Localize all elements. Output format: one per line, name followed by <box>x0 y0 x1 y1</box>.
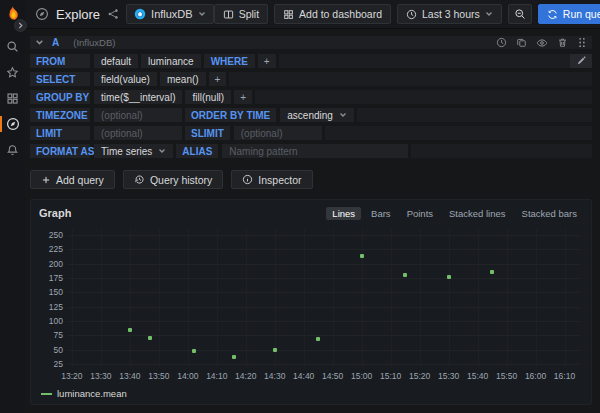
h-gridline <box>69 307 579 308</box>
x-tick-label: 13:20 <box>61 371 82 381</box>
row-filler <box>357 108 592 122</box>
add-query-button[interactable]: Add query <box>30 170 115 189</box>
query-history-icon[interactable] <box>496 37 507 48</box>
page-title: Explore <box>56 7 100 22</box>
mode-bars[interactable]: Bars <box>365 207 397 220</box>
y-tick-label: 150 <box>49 287 63 297</box>
legend-series-name[interactable]: luminance.mean <box>57 388 127 399</box>
limit-label: LIMIT <box>30 126 90 140</box>
split-button[interactable]: Split <box>214 4 268 24</box>
sync-icon <box>547 9 558 20</box>
remove-query-icon[interactable] <box>557 37 568 48</box>
limit-input[interactable] <box>94 126 182 140</box>
add-select-part-button[interactable]: + <box>209 72 227 86</box>
select-label: SELECT <box>30 72 90 86</box>
sidebar-item-search[interactable] <box>0 36 25 56</box>
v-gridline <box>72 229 73 367</box>
data-point[interactable] <box>447 275 451 279</box>
v-gridline <box>391 229 392 367</box>
add-condition-button[interactable]: + <box>258 54 276 68</box>
format-as-label: FORMAT AS <box>30 144 90 158</box>
v-gridline <box>565 229 566 367</box>
v-gridline <box>449 229 450 367</box>
row-filler <box>229 72 592 86</box>
mode-stacked-lines[interactable]: Stacked lines <box>443 207 512 220</box>
mode-points[interactable]: Points <box>401 207 439 220</box>
compass-icon <box>6 117 20 131</box>
caret-down-icon <box>339 111 347 119</box>
retention-policy-segment[interactable]: default <box>94 54 138 68</box>
toolbar: Explore InfluxDB Split <box>25 0 600 29</box>
sidebar-item-alerting[interactable] <box>0 140 25 160</box>
plot-area[interactable]: 25507510012515017520022525013:2013:3013:… <box>69 229 579 367</box>
v-gridline <box>478 229 479 367</box>
caret-down-icon <box>158 147 166 155</box>
v-gridline <box>275 229 276 367</box>
graph-mode-toggle: LinesBarsPointsStacked linesStacked bars <box>326 207 583 220</box>
v-gridline <box>333 229 334 367</box>
v-gridline <box>130 229 131 367</box>
add-group-by-button[interactable]: + <box>234 90 252 104</box>
x-tick-label: 14:20 <box>235 371 256 381</box>
fill-segment[interactable]: fill(null) <box>185 90 231 104</box>
inspector-button[interactable]: Inspector <box>231 170 312 189</box>
aggregation-segment[interactable]: mean() <box>160 72 206 86</box>
x-tick-label: 14:40 <box>293 371 314 381</box>
order-by-time-select[interactable]: ascending <box>280 108 354 122</box>
measurement-segment[interactable]: luminance <box>141 54 201 68</box>
query-row-group-by: GROUP BY time($__interval) fill(null) + <box>30 90 592 104</box>
data-point[interactable] <box>232 355 236 359</box>
x-tick-label: 14:30 <box>264 371 285 381</box>
sidebar-item-dashboards[interactable] <box>0 88 25 108</box>
y-tick-label: 125 <box>49 302 63 312</box>
disable-query-icon[interactable] <box>536 37 548 49</box>
y-tick-label: 50 <box>54 345 63 355</box>
pencil-icon <box>576 56 586 66</box>
data-point[interactable] <box>403 273 407 277</box>
y-tick-label: 225 <box>49 244 63 254</box>
h-gridline <box>69 335 579 336</box>
from-label: FROM <box>30 54 90 68</box>
where-keyword-segment[interactable]: WHERE <box>204 54 255 68</box>
x-tick-label: 14:10 <box>206 371 227 381</box>
alias-input[interactable] <box>222 144 408 158</box>
edit-raw-query-button[interactable] <box>570 54 592 68</box>
share-icon[interactable] <box>107 8 119 20</box>
dashboards-icon <box>6 92 19 105</box>
mode-stacked-bars[interactable]: Stacked bars <box>516 207 583 220</box>
search-icon <box>6 40 19 53</box>
field-segment[interactable]: field(value) <box>94 72 157 86</box>
zoom-out-time-button[interactable] <box>508 4 532 24</box>
query-history-button[interactable]: Query history <box>123 170 223 189</box>
x-tick-label: 16:00 <box>525 371 546 381</box>
y-tick-label: 75 <box>54 330 63 340</box>
sidebar-item-explore[interactable] <box>0 114 25 134</box>
sidebar-item-starred[interactable] <box>0 62 25 82</box>
data-point[interactable] <box>273 348 277 352</box>
x-tick-label: 13:40 <box>119 371 140 381</box>
sidebar-expand-button[interactable] <box>14 19 27 32</box>
format-as-select[interactable]: Time series <box>94 144 173 158</box>
alias-label: ALIAS <box>176 144 218 158</box>
collapse-query-icon[interactable] <box>35 38 44 47</box>
timezone-input[interactable] <box>94 108 182 122</box>
data-point[interactable] <box>490 270 494 274</box>
run-query-button[interactable]: Run query <box>538 4 600 24</box>
drag-handle-icon[interactable] <box>577 37 587 48</box>
data-point[interactable] <box>360 254 364 258</box>
datasource-picker[interactable]: InfluxDB <box>126 4 214 24</box>
time-range-picker[interactable]: Last 3 hours <box>397 4 502 24</box>
data-point[interactable] <box>128 328 132 332</box>
data-point[interactable] <box>316 337 320 341</box>
x-tick-label: 15:00 <box>351 371 372 381</box>
mode-lines[interactable]: Lines <box>326 207 361 220</box>
duplicate-query-icon[interactable] <box>516 37 527 48</box>
slimit-input[interactable] <box>234 126 322 140</box>
query-row-select: SELECT field(value) mean() + <box>30 72 592 86</box>
add-to-dashboard-button[interactable]: Add to dashboard <box>274 4 391 24</box>
group-by-time-segment[interactable]: time($__interval) <box>94 90 182 104</box>
data-point[interactable] <box>192 349 196 353</box>
plus-icon <box>41 175 51 185</box>
data-point[interactable] <box>148 336 152 340</box>
legend: luminance.mean <box>41 388 127 399</box>
